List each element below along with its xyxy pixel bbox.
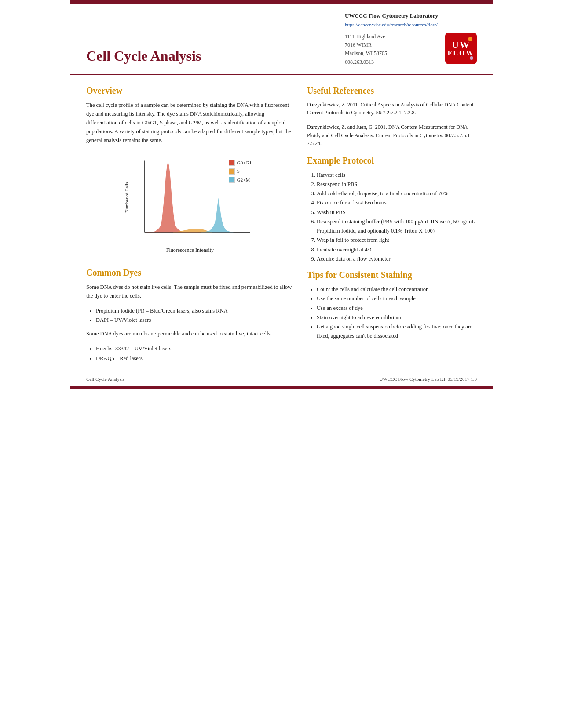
consistent-staining-title: Tips for Consistent Staining bbox=[307, 268, 477, 281]
common-dyes-intro2: Some DNA dyes are membrane-permeable and… bbox=[86, 329, 294, 338]
list-item: Fix on ice for at least two hours bbox=[317, 198, 477, 207]
content-area: Overview The cell cycle profile of a sam… bbox=[70, 75, 493, 368]
example-protocol-section: Example Protocol Harvest cells Resuspend… bbox=[307, 154, 477, 264]
references-section: Useful References Darzynkiewicz, Z. 2011… bbox=[307, 84, 477, 148]
legend-item-g0g1: G0+G1 bbox=[229, 159, 252, 167]
common-dyes-title: Common Dyes bbox=[86, 266, 294, 279]
consistent-staining-section: Tips for Consistent Staining Count the c… bbox=[307, 268, 477, 341]
legend-color-s bbox=[229, 168, 235, 175]
address-block: 1111 Highland Ave 7016 WIMR Madison, WI … bbox=[345, 33, 441, 66]
header: Cell Cycle Analysis UWCCC Flow Cytometry… bbox=[70, 4, 493, 75]
header-right: UWCCC Flow Cytometry Laboratory https://… bbox=[345, 11, 477, 66]
list-item: Propidium Iodide (PI) – Blue/Green laser… bbox=[96, 306, 294, 316]
footer-left: Cell Cycle Analysis bbox=[86, 375, 124, 383]
bottom-bar bbox=[70, 386, 493, 389]
list-item: Resuspend in staining buffer (PBS with 1… bbox=[317, 217, 477, 236]
ref-2: Darzynkiewicz, Z. and Juan, G. 2001. DNA… bbox=[307, 123, 477, 148]
address-line3: Madison, WI 53705 bbox=[345, 49, 441, 58]
list-item: Add cold ethanol, dropwise, to a final c… bbox=[317, 189, 477, 198]
references-title: Useful References bbox=[307, 84, 477, 97]
overview-body: The cell cycle profile of a sample can b… bbox=[86, 101, 294, 145]
tips-list: Count the cells and calculate the cell c… bbox=[317, 285, 477, 341]
list-item: DAPI – UV/Violet lasers bbox=[96, 316, 294, 325]
list-item: Hoechst 33342 – UV/Violet lasers bbox=[96, 344, 294, 353]
list-item: Resuspend in PBS bbox=[317, 180, 477, 189]
legend-item-s: S bbox=[229, 167, 252, 175]
footer-divider bbox=[86, 368, 477, 368]
address-line2: 7016 WIMR bbox=[345, 41, 441, 49]
legend-label-g0g1: G0+G1 bbox=[237, 159, 252, 167]
footer: Cell Cycle Analysis UWCCC Flow Cytometry… bbox=[70, 372, 493, 386]
list-item: Wash in PBS bbox=[317, 208, 477, 217]
logo-dot-orange bbox=[468, 37, 472, 41]
page-title: Cell Cycle Analysis bbox=[86, 45, 201, 66]
legend-item-g2m: G2+M bbox=[229, 176, 252, 184]
y-axis-label-wrapper: Number of Cells bbox=[123, 153, 131, 242]
logo-dot-purple bbox=[470, 56, 473, 60]
legend-label-s: S bbox=[237, 167, 240, 175]
list-item: Get a good single cell suspension before… bbox=[317, 322, 477, 341]
protocol-steps-list: Harvest cells Resuspend in PBS Add cold … bbox=[317, 171, 477, 264]
overview-section: Overview The cell cycle profile of a sam… bbox=[86, 84, 294, 145]
logo-uw-text: UW bbox=[452, 40, 470, 50]
lab-name: UWCCC Flow Cytometry Laboratory bbox=[345, 11, 477, 20]
address-logo-block: 1111 Highland Ave 7016 WIMR Madison, WI … bbox=[345, 33, 477, 66]
left-column: Overview The cell cycle profile of a sam… bbox=[86, 75, 294, 368]
right-column: Useful References Darzynkiewicz, Z. 2011… bbox=[307, 75, 477, 368]
address-line1: 1111 Highland Ave bbox=[345, 33, 441, 41]
ref-1: Darzynkiewicz, Z. 2011. Critical Aspects… bbox=[307, 101, 477, 117]
legend-label-g2m: G2+M bbox=[237, 176, 250, 184]
legend-color-g0g1 bbox=[229, 160, 235, 166]
address-line4: 608.263.0313 bbox=[345, 58, 441, 66]
y-axis-label: Number of Cells bbox=[124, 182, 131, 213]
top-bar bbox=[70, 0, 493, 4]
list-item: Harvest cells bbox=[317, 171, 477, 180]
live-dyes-list: Hoechst 33342 – UV/Violet lasers DRAQ5 –… bbox=[96, 344, 294, 363]
common-dyes-section: Common Dyes Some DNA dyes do not stain l… bbox=[86, 266, 294, 363]
list-item: Use an excess of dye bbox=[317, 304, 477, 313]
chart-container: Number of Cells G0+G1 S G2+M bbox=[122, 153, 258, 258]
x-axis-label: Fluorescence Intensity bbox=[166, 246, 214, 254]
list-item: Wrap in foil to protect from light bbox=[317, 236, 477, 245]
logo-flow-text: FLOW bbox=[448, 50, 475, 57]
list-item: DRAQ5 – Red lasers bbox=[96, 354, 294, 363]
list-item: Stain overnight to achieve equilibrium bbox=[317, 313, 477, 322]
legend-color-g2m bbox=[229, 177, 235, 183]
example-protocol-title: Example Protocol bbox=[307, 154, 477, 167]
list-item: Use the same number of cells in each sam… bbox=[317, 294, 477, 303]
header-left: Cell Cycle Analysis bbox=[86, 11, 345, 66]
uw-logo: UW FLOW bbox=[445, 33, 477, 64]
overview-title: Overview bbox=[86, 84, 294, 97]
common-dyes-intro1: Some DNA dyes do not stain live cells. T… bbox=[86, 283, 294, 300]
list-item: Acquire data on a flow cytometer bbox=[317, 255, 477, 264]
footer-right: UWCCC Flow Cytometry Lab KF 05/19/2017 1… bbox=[379, 375, 477, 383]
list-item: Count the cells and calculate the cell c… bbox=[317, 285, 477, 294]
fixed-dyes-list: Propidium Iodide (PI) – Blue/Green laser… bbox=[96, 306, 294, 325]
chart-legend: G0+G1 S G2+M bbox=[229, 159, 252, 185]
page: Cell Cycle Analysis UWCCC Flow Cytometry… bbox=[70, 0, 493, 546]
list-item: Incubate overnight at 4°C bbox=[317, 245, 477, 255]
lab-url[interactable]: https://cancer.wisc.edu/research/resourc… bbox=[345, 21, 477, 29]
